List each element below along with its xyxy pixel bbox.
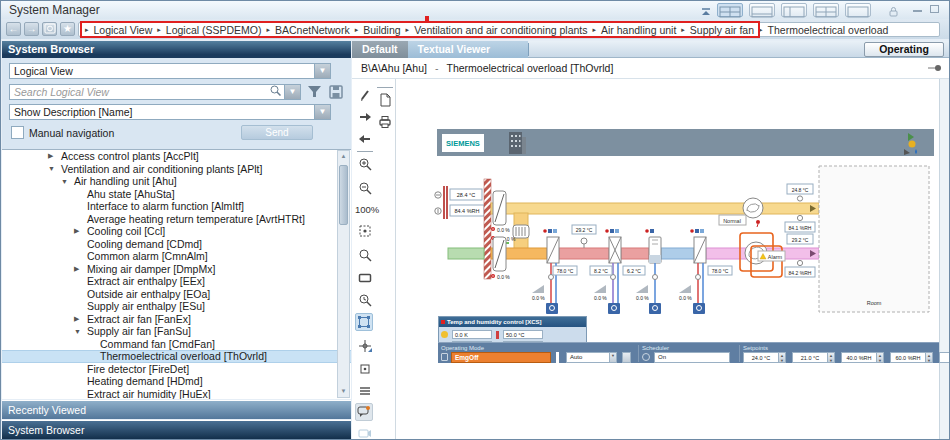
chevron-down-icon[interactable]: ▼ [284, 85, 300, 99]
setpoint-field[interactable]: 21.0 °C▲▼ [792, 352, 835, 363]
heat-exchanger[interactable]: 0.0 % 8.2 °C 6.2 °C [590, 229, 645, 314]
collapse-icon[interactable]: ▼ [74, 328, 87, 335]
recently-viewed-header[interactable]: Recently Viewed [2, 400, 351, 419]
setpoint-value[interactable]: 60.0 %RH [890, 352, 926, 363]
chevron-down-icon[interactable]: ▼ [314, 64, 330, 78]
new-document-icon[interactable] [376, 91, 394, 109]
spinner-icon[interactable]: ▲▼ [877, 352, 884, 363]
breadcrumb-item[interactable]: Building [363, 24, 400, 36]
setpoint-value[interactable]: 21.0 °C [792, 352, 828, 363]
mode-select-dropdown-icon[interactable]: ▼ [610, 352, 617, 363]
tree-item[interactable]: ▶Extract air fan [FanEx] [2, 313, 351, 326]
breadcrumb-item[interactable]: Ventilation and air conditioning plants [414, 24, 587, 36]
magnifier-icon[interactable] [356, 246, 374, 264]
layers-icon[interactable] [356, 382, 374, 400]
expand-icon[interactable]: ▶ [74, 227, 87, 235]
description-selector[interactable]: Show Description [Name] ▼ [9, 104, 331, 120]
zoom-out-icon[interactable] [356, 179, 374, 197]
tree-item[interactable]: Thermoelectrical overload [ThOvrld] [2, 350, 351, 363]
layout-quad-icon[interactable] [717, 3, 743, 17]
tree-item[interactable]: Interface to alarm function [AlmItf] [2, 200, 351, 213]
tree-scrollbar[interactable]: ▲ ▼ [337, 150, 350, 398]
history-icon[interactable] [42, 22, 57, 36]
zoom-in-icon[interactable] [356, 155, 374, 173]
tree-item[interactable]: Extract air humidity [HuEx] [2, 388, 351, 400]
select-frame-icon[interactable] [355, 313, 373, 331]
search-icon[interactable] [269, 83, 284, 101]
spinner-icon[interactable]: ▲▼ [779, 352, 786, 363]
collapse-icon[interactable]: ▼ [61, 178, 74, 185]
layout-hsplit-icon[interactable] [749, 3, 775, 17]
recirculation-damper[interactable] [513, 225, 529, 238]
tree-item[interactable]: Common alarm [CmnAlm] [2, 250, 351, 263]
search-input[interactable]: Search Logical View ▼ [9, 84, 301, 100]
tab-textual-viewer[interactable]: Textual Viewer [408, 41, 528, 58]
tree-item[interactable]: Extract air enthalpy [EEx] [2, 275, 351, 288]
scroll-down-icon[interactable]: ▼ [338, 386, 349, 397]
pin-icon[interactable] [928, 62, 942, 74]
expand-icon[interactable]: ▶ [74, 315, 87, 323]
setpoint-field[interactable]: 0.0 K▲▼ [939, 352, 950, 363]
step-forward-icon[interactable] [356, 108, 374, 126]
tab-default[interactable]: Default [352, 41, 408, 58]
tree-item[interactable]: Average heating return temperature [Avrt… [2, 213, 351, 226]
breadcrumb-item[interactable]: BACnetNetwork [275, 24, 350, 36]
operating-button[interactable]: Operating [864, 42, 944, 57]
layout-cross-icon[interactable] [813, 3, 839, 17]
step-back-icon[interactable] [356, 130, 374, 148]
viewport-frame-icon[interactable] [356, 360, 374, 378]
setpoint-value[interactable]: 40.0 %RH [841, 352, 877, 363]
back-arrow-icon[interactable]: ← [6, 22, 21, 36]
mode-select[interactable]: Auto [566, 352, 610, 363]
setpoint-field[interactable]: 60.0 %RH▲▼ [890, 352, 933, 363]
dynamic-zoom-icon[interactable] [356, 291, 374, 309]
tree-item[interactable]: ▶Cooling coil [Ccl] [2, 225, 351, 238]
setpoint-value[interactable]: 0.0 K [939, 352, 950, 363]
pan-crosshair-icon[interactable] [356, 337, 374, 355]
scroll-up-icon[interactable]: ▲ [338, 151, 349, 162]
mode-extra-button[interactable] [622, 352, 631, 363]
fit-view-icon[interactable] [356, 222, 374, 240]
search-bubble-icon[interactable] [355, 403, 373, 421]
collapse-pane-icon[interactable] [699, 4, 713, 16]
tree-item[interactable]: Supply air enthalpy [ESu] [2, 300, 351, 313]
tree-item[interactable]: Cooling demand [CDmd] [2, 238, 351, 251]
maximize-icon[interactable] [930, 5, 939, 13]
cooling-coil[interactable]: 0.0 % 78.0 °C [679, 229, 732, 314]
tree-item[interactable]: Heating demand [HDmd] [2, 375, 351, 388]
spinner-icon[interactable]: ▲▼ [926, 352, 933, 363]
tree-item[interactable]: ▶Access control plants [AccPlt] [2, 150, 351, 163]
breadcrumb-item[interactable]: Thermoelectrical overload [768, 24, 889, 36]
breadcrumb-item[interactable]: Supply air fan [690, 24, 754, 36]
operating-mode-value[interactable]: EmgOff [451, 352, 551, 363]
favorites-star-icon[interactable]: ★ [60, 22, 75, 36]
tree-item[interactable]: Fire detector [FireDet] [2, 363, 351, 376]
edit-pen-icon[interactable] [356, 86, 374, 104]
scheduler-value[interactable]: On [654, 352, 730, 363]
print-icon[interactable] [376, 113, 394, 131]
zoom-rectangle-icon[interactable] [356, 269, 374, 287]
canvas-scrollbar[interactable] [939, 79, 949, 440]
layout-single-icon[interactable] [845, 3, 871, 17]
tree-item[interactable]: ▼Air handling unit [Ahu] [2, 175, 351, 188]
xcs-dt-heat[interactable]: 0.0 K [452, 330, 492, 339]
system-browser-footer[interactable]: System Browser [2, 420, 351, 439]
xcs-sp-heat[interactable]: 50.0 °C [503, 330, 543, 339]
system-browser-header[interactable]: System Browser [2, 41, 351, 58]
send-button[interactable]: Send [241, 125, 313, 140]
setpoint-field[interactable]: 40.0 %RH▲▼ [841, 352, 884, 363]
tree-item[interactable]: ▶Mixing air damper [DmpMx] [2, 263, 351, 276]
filter-icon[interactable] [307, 85, 322, 103]
manual-navigation-checkbox[interactable] [11, 126, 24, 139]
setpoint-value[interactable]: 24.0 °C [743, 352, 779, 363]
tree-item[interactable]: Ahu state [AhuSta] [2, 188, 351, 201]
layout-vsplit-icon[interactable] [781, 3, 807, 17]
minimize-icon[interactable] [913, 10, 922, 12]
tree-item[interactable]: Outside air enthalpy [EOa] [2, 288, 351, 301]
chevron-down-icon[interactable]: ▼ [314, 105, 330, 119]
supply-fan-selected[interactable]: Alarm [740, 233, 785, 277]
save-search-icon[interactable] [329, 85, 343, 103]
heating-coil[interactable]: 0.0 % 78.0 °C [532, 229, 577, 314]
breadcrumb-item[interactable]: Logical (SSPDEMO) [166, 24, 262, 36]
forward-arrow-icon[interactable]: → [24, 22, 39, 36]
